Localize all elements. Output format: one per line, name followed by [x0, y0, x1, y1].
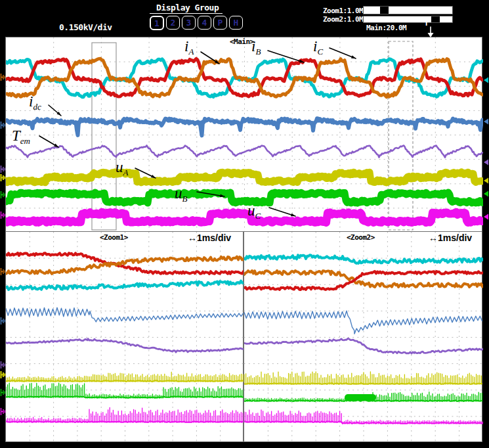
- orange-channel-position-marker[interactable]: [0, 267, 7, 276]
- cyan-trigger-level-marker[interactable]: [484, 77, 489, 83]
- zoom1-position-bar[interactable]: [363, 6, 453, 14]
- zoom1-window-tag: <Zoom1>: [100, 233, 128, 242]
- yellow-left-triangle-icon: [484, 178, 488, 184]
- magenta-left-triangle-icon: [484, 214, 488, 220]
- display-group-title: Display Group: [150, 3, 223, 14]
- main-waveform-window: [5, 37, 482, 232]
- yellow-ground-icon: [1, 371, 5, 378]
- waveform-plot: [244, 232, 483, 443]
- green-trigger-level-marker[interactable]: [484, 190, 489, 197]
- orange-channel-position-marker[interactable]: [0, 73, 7, 81]
- yellow-channel-position-marker[interactable]: [0, 370, 7, 379]
- trace-idc: [6, 307, 244, 322]
- magenta-ground-icon: [1, 212, 5, 219]
- trace-label-uB: uB: [175, 187, 187, 206]
- green-channel-position-marker[interactable]: [0, 190, 7, 199]
- purple-channel-position-marker[interactable]: [0, 165, 7, 173]
- display-group-button-3[interactable]: 3: [182, 16, 196, 30]
- orange-ground-icon: [1, 74, 5, 81]
- trace-label-iA: iA: [184, 39, 194, 59]
- trace-Tem: [6, 146, 482, 158]
- trace-idc: [244, 311, 482, 334]
- zoom-record-labels: Zoom1:1.0M Zoom2:1.0M: [323, 7, 363, 24]
- trace-label-idc: idc: [29, 95, 41, 114]
- purple-ground-icon: [1, 361, 5, 369]
- magenta-trigger-level-marker[interactable]: [484, 213, 489, 220]
- trace-uA-spikes: [244, 372, 481, 384]
- cyan-left-triangle-icon: [484, 78, 488, 83]
- zoom2-timebase-label: ↔1ms/div: [429, 233, 472, 243]
- yellow-ground-icon: [1, 174, 5, 181]
- display-group-button-2[interactable]: 2: [166, 16, 180, 30]
- trace-uA-spikes: [6, 372, 243, 382]
- green-ground-icon: [1, 191, 5, 198]
- yellow-trigger-level-marker[interactable]: [484, 177, 489, 184]
- display-group: Display Group 1 2 3 4 P H: [150, 1, 260, 30]
- zoom2-position-bar[interactable]: [363, 16, 453, 23]
- waveform-plot: [6, 232, 244, 443]
- blue-channel-position-marker[interactable]: [0, 121, 7, 129]
- green-ground-icon: [1, 389, 5, 396]
- blue-trigger-level-marker[interactable]: [484, 118, 489, 125]
- display-group-button-1[interactable]: 1: [150, 16, 164, 30]
- trace-uA: [6, 172, 482, 183]
- purple-trigger-level-marker[interactable]: [484, 159, 489, 166]
- oscilloscope-screen: { "colors":{ "cyan":"#00C3C9","red":"#D3…: [0, 0, 489, 448]
- trigger-position-marker: T: [424, 18, 429, 28]
- zoom2-region-box[interactable]: [389, 41, 413, 230]
- magenta-ground-icon: [1, 408, 5, 415]
- display-group-button-p[interactable]: P: [213, 16, 227, 30]
- blue-ground-icon: [1, 317, 5, 325]
- trace-label-iB: iB: [251, 39, 261, 59]
- magenta-channel-position-marker[interactable]: [0, 211, 7, 219]
- trace-uC: [6, 212, 482, 223]
- green-channel-position-marker[interactable]: [0, 388, 7, 397]
- display-group-buttons: 1 2 3 4 P H: [150, 16, 260, 30]
- header-bar: 0.150kV/div CH3:200V/div Position:-4.50 …: [0, 0, 489, 37]
- blue-left-triangle-icon: [484, 119, 488, 125]
- ch3-extra-scale: 0.150kV/div: [59, 22, 112, 33]
- trace-idc: [6, 118, 482, 135]
- trace-label-uA: uA: [116, 160, 128, 180]
- trace-label-Tem: Tem: [12, 129, 30, 148]
- green-left-triangle-icon: [484, 191, 488, 197]
- magenta-channel-position-marker[interactable]: [0, 407, 7, 416]
- purple-left-triangle-icon: [484, 160, 488, 166]
- purple-channel-position-marker[interactable]: [0, 361, 7, 369]
- zoom1-timebase-label: ↔1ms/div: [188, 233, 231, 243]
- main-window-tag: <Main>: [230, 37, 254, 46]
- zoom1-position-marker[interactable]: [380, 7, 389, 14]
- zoom2-window-tag: <Zoom2>: [347, 233, 375, 242]
- blue-channel-position-marker[interactable]: [0, 317, 7, 325]
- blue-ground-icon: [1, 122, 5, 129]
- zoom2-record-label: Zoom2:1.0M: [323, 15, 363, 24]
- waveform-plot: [6, 37, 483, 233]
- display-group-button-h[interactable]: H: [229, 16, 243, 30]
- orange-ground-icon: [1, 268, 5, 275]
- trace-label-uC: uC: [247, 204, 261, 223]
- zoom1-waveform-window: [5, 231, 244, 442]
- yellow-channel-position-marker[interactable]: [0, 173, 7, 182]
- ch-row1-label: [5, 22, 51, 33]
- zoom2-position-marker[interactable]: [431, 16, 440, 22]
- purple-ground-icon: [1, 166, 5, 173]
- display-group-button-4[interactable]: 4: [198, 16, 211, 30]
- trace-uC-spikes: [6, 408, 243, 423]
- zoom1-record-label: Zoom1:1.0M: [323, 7, 363, 15]
- trace-uB-spikes: [6, 383, 244, 398]
- main-record-label: Main:20.0M: [366, 24, 406, 32]
- zoom2-waveform-window: [244, 231, 482, 442]
- trace-label-iC: iC: [313, 39, 323, 59]
